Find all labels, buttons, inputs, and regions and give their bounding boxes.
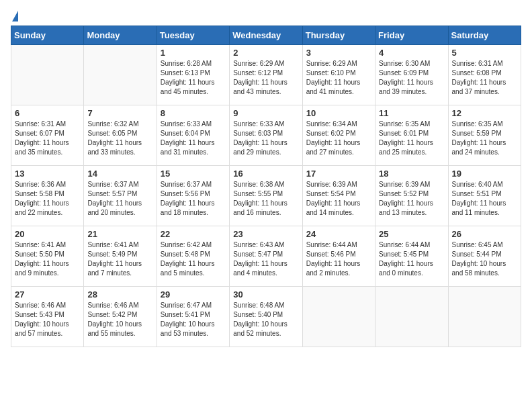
calendar-cell [302,287,375,347]
calendar-cell: 14Sunrise: 6:37 AMSunset: 5:57 PMDayligh… [84,166,157,226]
day-info: Sunrise: 6:31 AMSunset: 6:08 PMDaylight:… [452,59,517,97]
day-number: 26 [452,229,517,239]
calendar-header-sunday: Sunday [11,26,84,45]
day-number: 21 [87,229,152,239]
day-info: Sunrise: 6:37 AMSunset: 5:57 PMDaylight:… [87,180,152,218]
day-info: Sunrise: 6:40 AMSunset: 5:51 PMDaylight:… [452,180,517,218]
calendar-header-tuesday: Tuesday [157,26,229,45]
calendar-cell: 6Sunrise: 6:31 AMSunset: 6:07 PMDaylight… [11,105,84,166]
calendar-cell [448,287,521,347]
day-number: 28 [87,289,152,300]
day-info: Sunrise: 6:33 AMSunset: 6:03 PMDaylight:… [233,120,298,157]
calendar-cell: 16Sunrise: 6:38 AMSunset: 5:55 PMDayligh… [230,166,302,226]
calendar-week-3: 13Sunrise: 6:36 AMSunset: 5:58 PMDayligh… [11,166,521,226]
calendar-cell: 24Sunrise: 6:44 AMSunset: 5:46 PMDayligh… [302,226,375,287]
day-number: 14 [87,169,152,179]
day-info: Sunrise: 6:31 AMSunset: 6:07 PMDaylight:… [15,120,80,157]
day-info: Sunrise: 6:43 AMSunset: 5:47 PMDaylight:… [233,240,298,278]
day-info: Sunrise: 6:34 AMSunset: 6:02 PMDaylight:… [306,120,371,157]
calendar-cell: 30Sunrise: 6:48 AMSunset: 5:40 PMDayligh… [230,287,302,347]
calendar-week-5: 27Sunrise: 6:46 AMSunset: 5:43 PMDayligh… [11,287,521,347]
calendar-week-2: 6Sunrise: 6:31 AMSunset: 6:07 PMDaylight… [11,105,521,166]
calendar-cell: 27Sunrise: 6:46 AMSunset: 5:43 PMDayligh… [11,287,84,347]
day-number: 7 [87,108,152,118]
day-number: 2 [233,48,298,58]
day-number: 13 [15,169,80,179]
calendar-cell: 19Sunrise: 6:40 AMSunset: 5:51 PMDayligh… [448,166,521,226]
day-number: 6 [15,108,80,118]
calendar-week-1: 1Sunrise: 6:28 AMSunset: 6:13 PMDaylight… [11,45,521,105]
calendar-cell: 4Sunrise: 6:30 AMSunset: 6:09 PMDaylight… [375,45,448,105]
day-info: Sunrise: 6:46 AMSunset: 5:43 PMDaylight:… [15,301,80,338]
day-info: Sunrise: 6:36 AMSunset: 5:58 PMDaylight:… [15,180,80,218]
day-number: 12 [452,108,517,118]
day-number: 20 [15,229,80,239]
calendar-cell: 25Sunrise: 6:44 AMSunset: 5:45 PMDayligh… [375,226,448,287]
day-info: Sunrise: 6:47 AMSunset: 5:41 PMDaylight:… [161,301,226,338]
calendar-cell: 22Sunrise: 6:42 AMSunset: 5:48 PMDayligh… [157,226,229,287]
day-number: 9 [233,108,298,118]
day-number: 16 [233,169,298,179]
day-number: 22 [161,229,226,239]
calendar-cell [375,287,448,347]
calendar-cell: 1Sunrise: 6:28 AMSunset: 6:13 PMDaylight… [157,45,229,105]
calendar-cell: 20Sunrise: 6:41 AMSunset: 5:50 PMDayligh… [11,226,84,287]
calendar-cell: 10Sunrise: 6:34 AMSunset: 6:02 PMDayligh… [302,105,375,166]
day-info: Sunrise: 6:39 AMSunset: 5:54 PMDaylight:… [306,180,371,218]
calendar-cell: 18Sunrise: 6:39 AMSunset: 5:52 PMDayligh… [375,166,448,226]
calendar-header-friday: Friday [375,26,448,45]
day-info: Sunrise: 6:37 AMSunset: 5:56 PMDaylight:… [161,180,226,218]
day-info: Sunrise: 6:41 AMSunset: 5:50 PMDaylight:… [15,240,80,278]
day-info: Sunrise: 6:48 AMSunset: 5:40 PMDaylight:… [233,301,298,338]
calendar-cell: 8Sunrise: 6:33 AMSunset: 6:04 PMDaylight… [157,105,229,166]
calendar-cell: 26Sunrise: 6:45 AMSunset: 5:44 PMDayligh… [448,226,521,287]
day-info: Sunrise: 6:44 AMSunset: 5:45 PMDaylight:… [379,240,444,278]
day-number: 1 [161,48,226,58]
calendar-cell: 15Sunrise: 6:37 AMSunset: 5:56 PMDayligh… [157,166,229,226]
day-info: Sunrise: 6:29 AMSunset: 6:10 PMDaylight:… [306,59,371,97]
day-info: Sunrise: 6:39 AMSunset: 5:52 PMDaylight:… [379,180,444,218]
calendar-header-wednesday: Wednesday [230,26,302,45]
day-info: Sunrise: 6:42 AMSunset: 5:48 PMDaylight:… [161,240,226,278]
page-header [11,11,521,20]
calendar-header-row: SundayMondayTuesdayWednesdayThursdayFrid… [11,26,521,45]
calendar-cell: 29Sunrise: 6:47 AMSunset: 5:41 PMDayligh… [157,287,229,347]
day-number: 15 [161,169,226,179]
calendar-table: SundayMondayTuesdayWednesdayThursdayFrid… [11,26,521,347]
day-info: Sunrise: 6:30 AMSunset: 6:09 PMDaylight:… [379,59,444,97]
day-info: Sunrise: 6:32 AMSunset: 6:05 PMDaylight:… [87,120,152,157]
calendar-header-thursday: Thursday [302,26,375,45]
calendar-week-4: 20Sunrise: 6:41 AMSunset: 5:50 PMDayligh… [11,226,521,287]
day-number: 23 [233,229,298,239]
day-info: Sunrise: 6:35 AMSunset: 6:01 PMDaylight:… [379,120,444,157]
day-number: 3 [306,48,371,58]
day-info: Sunrise: 6:41 AMSunset: 5:49 PMDaylight:… [87,240,152,278]
day-number: 18 [379,169,444,179]
calendar-header-saturday: Saturday [448,26,521,45]
calendar-cell [11,45,84,105]
calendar-cell: 12Sunrise: 6:35 AMSunset: 5:59 PMDayligh… [448,105,521,166]
day-number: 19 [452,169,517,179]
calendar-cell: 9Sunrise: 6:33 AMSunset: 6:03 PMDaylight… [230,105,302,166]
day-info: Sunrise: 6:33 AMSunset: 6:04 PMDaylight:… [161,120,226,157]
calendar-cell [84,45,157,105]
day-number: 10 [306,108,371,118]
calendar-cell: 3Sunrise: 6:29 AMSunset: 6:10 PMDaylight… [302,45,375,105]
calendar-cell: 17Sunrise: 6:39 AMSunset: 5:54 PMDayligh… [302,166,375,226]
day-number: 25 [379,229,444,239]
calendar-cell: 23Sunrise: 6:43 AMSunset: 5:47 PMDayligh… [230,226,302,287]
calendar-header-monday: Monday [84,26,157,45]
calendar-cell: 5Sunrise: 6:31 AMSunset: 6:08 PMDaylight… [448,45,521,105]
day-info: Sunrise: 6:28 AMSunset: 6:13 PMDaylight:… [161,59,226,97]
day-number: 17 [306,169,371,179]
calendar-cell: 28Sunrise: 6:46 AMSunset: 5:42 PMDayligh… [84,287,157,347]
day-number: 29 [161,289,226,300]
day-info: Sunrise: 6:38 AMSunset: 5:55 PMDaylight:… [233,180,298,218]
calendar-cell: 2Sunrise: 6:29 AMSunset: 6:12 PMDaylight… [230,45,302,105]
day-number: 11 [379,108,444,118]
calendar-cell: 13Sunrise: 6:36 AMSunset: 5:58 PMDayligh… [11,166,84,226]
logo [11,11,18,20]
day-info: Sunrise: 6:45 AMSunset: 5:44 PMDaylight:… [452,240,517,278]
calendar-cell: 11Sunrise: 6:35 AMSunset: 6:01 PMDayligh… [375,105,448,166]
day-info: Sunrise: 6:46 AMSunset: 5:42 PMDaylight:… [87,301,152,338]
